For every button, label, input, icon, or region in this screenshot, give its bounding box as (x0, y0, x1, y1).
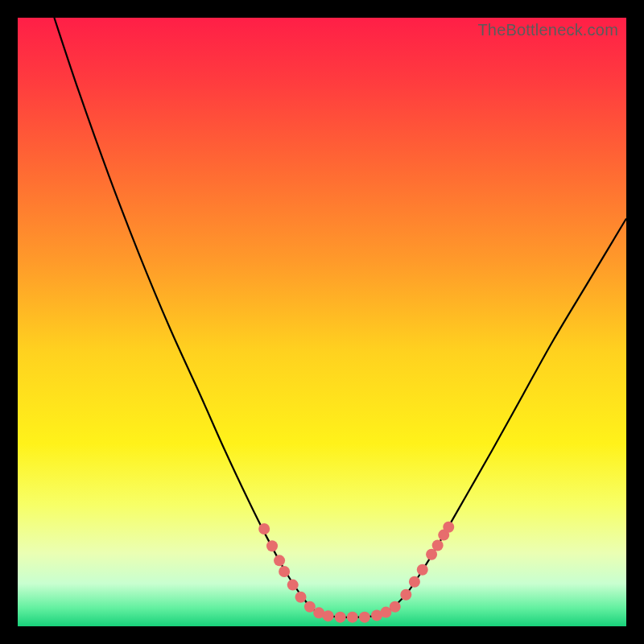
highlight-dot (432, 539, 444, 551)
highlight-dot (274, 555, 285, 566)
highlight-dot (347, 612, 358, 623)
bottleneck-chart (18, 18, 626, 626)
highlight-dot (443, 522, 454, 533)
highlight-dot (335, 612, 346, 623)
highlight-dot (279, 566, 290, 577)
highlight-dot (295, 592, 307, 603)
highlight-dot (287, 580, 299, 591)
highlight-dot (258, 523, 270, 535)
highlight-dot (266, 540, 278, 551)
chart-background (18, 18, 626, 626)
highlight-dot (400, 589, 411, 601)
highlight-dot (417, 564, 428, 576)
highlight-dot (323, 610, 334, 621)
highlight-dot (409, 576, 420, 588)
highlight-dot (359, 612, 370, 623)
highlight-dot (390, 601, 401, 613)
chart-frame: TheBottleneck.com (18, 18, 626, 626)
watermark-text: TheBottleneck.com (477, 21, 618, 39)
